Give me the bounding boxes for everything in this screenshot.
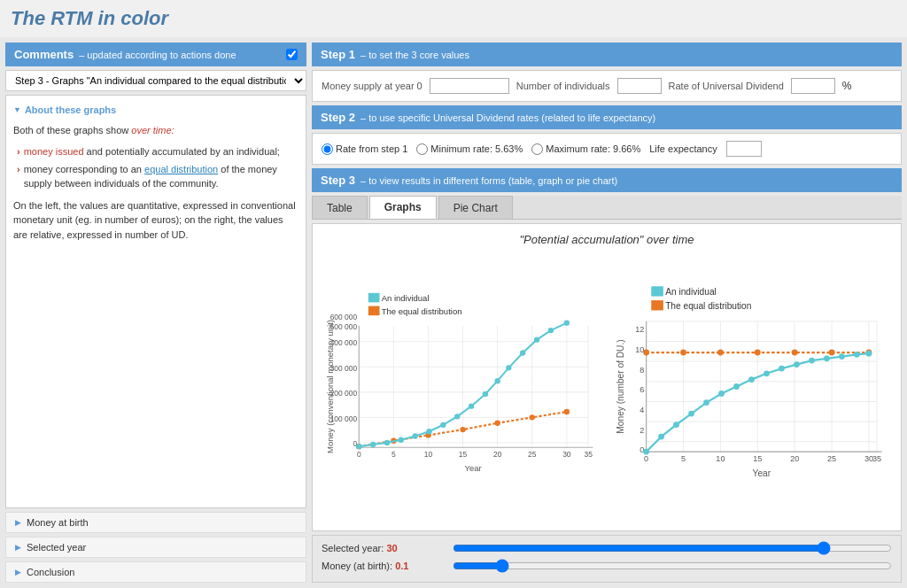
life-exp-label: Life expectancy	[649, 143, 717, 154]
legend-individual-text: An individual	[382, 293, 430, 303]
svg-text:4: 4	[640, 406, 644, 414]
svg-point-36	[370, 442, 376, 447]
svg-point-101	[824, 355, 830, 361]
min-rate-option[interactable]: Minimum rate: 5.63%	[416, 143, 523, 155]
svg-text:0: 0	[644, 454, 648, 463]
svg-point-99	[794, 361, 800, 368]
svg-text:15: 15	[459, 450, 468, 459]
bullet-arrow-2: ›	[17, 162, 20, 191]
svg-point-37	[384, 440, 390, 445]
step1-content: Money supply at year 0 10 000 000 Number…	[312, 70, 902, 102]
chart-title: "Potential accumulation" over time	[322, 233, 892, 246]
tabs-row: Table Graphs Pie Chart	[312, 196, 902, 220]
tab-pie-chart[interactable]: Pie Chart	[438, 196, 513, 219]
ud-input[interactable]: 9.66	[791, 78, 835, 94]
svg-text:0: 0	[640, 445, 644, 454]
legend-individual-rect	[368, 293, 380, 303]
about-text-2: On the left, the values are quantitative…	[13, 198, 298, 243]
svg-point-91	[673, 422, 679, 428]
conclusion-item[interactable]: Conclusion	[5, 561, 306, 583]
right-y-label: Money (number of DU.)	[616, 339, 625, 433]
selected-year-slider[interactable]	[453, 541, 892, 555]
min-rate-radio[interactable]	[416, 143, 428, 155]
step-dropdown[interactable]: Step 3 - Graphs "An individual compared …	[5, 70, 306, 91]
svg-text:6: 6	[640, 385, 644, 394]
svg-point-38	[399, 437, 404, 443]
svg-text:30: 30	[562, 450, 571, 459]
conclusion-label: Conclusion	[27, 567, 74, 577]
svg-text:100 000: 100 000	[330, 414, 358, 423]
tab-table[interactable]: Table	[312, 196, 368, 219]
step3-number: Step 3	[321, 174, 355, 187]
selected-year-slider-row: Selected year: 30	[322, 541, 892, 555]
svg-point-97	[764, 370, 770, 376]
step1-header: Step 1 – to set the 3 core values	[312, 43, 902, 66]
comments-header: Comments – updated according to actions …	[5, 43, 306, 66]
svg-point-103	[854, 352, 860, 358]
svg-text:10: 10	[424, 450, 433, 459]
ud-label: Rate of Universal Dividend	[669, 81, 784, 91]
money-issued-text: money issued	[24, 146, 84, 157]
svg-text:500 000: 500 000	[330, 322, 358, 331]
over-time-text: over time:	[131, 125, 174, 135]
svg-text:600 000: 600 000	[330, 313, 358, 321]
grid-lines	[359, 326, 588, 447]
max-rate-label: Maximum rate: 9.66%	[546, 143, 640, 154]
rate-step1-option[interactable]: Rate from step 1	[322, 143, 407, 155]
bullet-text-1: money issued and potentially accumulated…	[24, 144, 280, 159]
svg-point-49	[548, 328, 554, 333]
step2-header: Step 2 – to use specific Universal Divid…	[312, 105, 902, 129]
svg-point-35	[356, 444, 361, 449]
r-legend-individual-text: An individual	[665, 287, 717, 297]
svg-text:15: 15	[753, 454, 762, 463]
individuals-input[interactable]: 330	[617, 78, 662, 94]
selected-year-slider-label: Selected year: 30	[322, 543, 446, 553]
max-rate-radio[interactable]	[531, 143, 543, 155]
svg-text:12: 12	[635, 325, 644, 334]
left-chart-svg: Money (conventional monetary unit) An in…	[322, 251, 602, 522]
individuals-label: Number of individuals	[516, 81, 610, 91]
svg-point-90	[658, 434, 664, 440]
svg-point-85	[755, 350, 761, 356]
svg-text:25: 25	[827, 454, 836, 463]
svg-point-95	[733, 383, 740, 390]
r-legend-equal-rect	[651, 300, 663, 310]
comments-subtitle: – updated according to actions done	[79, 50, 236, 60]
svg-point-82	[643, 350, 649, 356]
svg-point-102	[839, 353, 845, 360]
svg-text:10: 10	[635, 345, 644, 354]
step3-header: Step 3 – to view results in different fo…	[312, 168, 902, 192]
tab-graphs[interactable]: Graphs	[369, 196, 437, 219]
svg-point-100	[809, 358, 815, 364]
svg-text:400 000: 400 000	[330, 338, 358, 347]
svg-point-47	[520, 350, 525, 355]
r-legend-individual-rect	[651, 286, 663, 296]
rate-step1-radio[interactable]	[322, 143, 333, 155]
svg-point-83	[680, 350, 686, 356]
svg-point-104	[866, 351, 872, 357]
rate-step1-label: Rate from step 1	[336, 143, 407, 154]
step1-number: Step 1	[321, 48, 355, 61]
svg-text:20: 20	[493, 450, 502, 459]
svg-point-46	[506, 365, 511, 370]
money-at-birth-item[interactable]: Money at birth	[5, 512, 306, 533]
about-section-title: About these graphs	[13, 103, 298, 118]
svg-text:8: 8	[640, 366, 644, 375]
min-rate-label: Minimum rate: 5.63%	[430, 143, 523, 154]
money-birth-slider[interactable]	[453, 559, 892, 573]
max-rate-option[interactable]: Maximum rate: 9.66%	[531, 143, 640, 155]
comments-checkbox[interactable]	[286, 49, 298, 60]
r-grid	[647, 321, 877, 452]
money-supply-input[interactable]: 10 000 000	[430, 78, 509, 94]
svg-point-87	[829, 350, 835, 356]
charts-row: Money (conventional monetary unit) An in…	[322, 251, 892, 522]
right-chart-svg: Money (number of DU.) An individual The …	[611, 251, 892, 522]
svg-point-96	[748, 376, 755, 383]
svg-point-84	[717, 350, 724, 356]
svg-point-42	[454, 414, 460, 419]
svg-point-93	[703, 399, 709, 406]
app-title: The RTM in color	[0, 0, 907, 37]
money-supply-label: Money supply at year 0	[322, 81, 422, 91]
life-exp-input[interactable]: 80	[726, 141, 762, 157]
selected-year-item[interactable]: Selected year	[5, 537, 306, 558]
